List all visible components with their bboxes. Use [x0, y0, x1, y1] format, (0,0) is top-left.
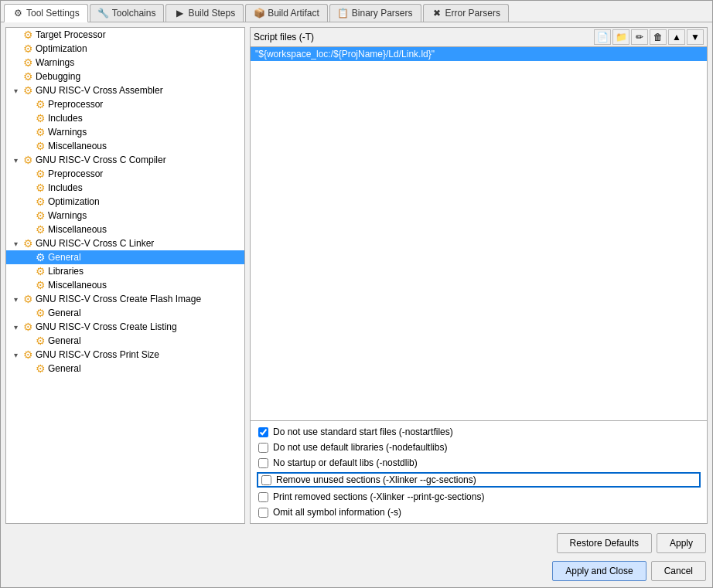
- toggle-placeholder: [22, 223, 34, 236]
- checkbox-print-removed-label: Print removed sections (-Xlinker --print…: [273, 491, 484, 502]
- tree-item-preprocessor-2[interactable]: ⚙ Preprocessor: [6, 167, 244, 181]
- checkbox-remove-unused: Remove unused sections (-Xlinker --gc-se…: [257, 472, 701, 488]
- toggle-placeholder: [22, 140, 34, 152]
- dialog: ⚙ Tool Settings 🔧 Toolchains ▶ Build Ste…: [0, 0, 713, 588]
- toggle-placeholder: [9, 42, 22, 55]
- checkboxes-section: Do not use standard start files (-nostar…: [250, 421, 708, 524]
- toggle-placeholder: [22, 362, 34, 375]
- tab-error-parsers[interactable]: ✖ Error Parsers: [423, 4, 509, 22]
- toolchains-icon: 🔧: [98, 8, 109, 19]
- tab-bar: ⚙ Tool Settings 🔧 Toolchains ▶ Build Ste…: [1, 1, 712, 22]
- edit-button[interactable]: ✏: [631, 29, 648, 45]
- tool-settings-icon: ⚙: [12, 8, 23, 19]
- final-bar: Apply and Close Cancel: [1, 558, 712, 587]
- checkbox-remove-unused-label: Remove unused sections (-Xlinker --gc-se…: [276, 474, 476, 485]
- main-content: ⚙ Target Processor ⚙ Optimization ⚙ Warn…: [1, 22, 712, 529]
- gear-icon: ⚙: [34, 182, 46, 194]
- checkbox-no-startup: No startup or default libs (-nostdlib): [257, 457, 701, 469]
- tab-toolchains[interactable]: 🔧 Toolchains: [90, 4, 165, 22]
- delete-button[interactable]: 🗑: [650, 29, 667, 45]
- tree-item-general-print[interactable]: ⚙ General: [6, 362, 244, 376]
- checkbox-no-startup-label: No startup or default libs (-nostdlib): [273, 457, 418, 468]
- restore-defaults-button[interactable]: Restore Defaults: [557, 533, 652, 553]
- tree-item-libraries[interactable]: ⚙ Libraries: [6, 264, 244, 278]
- list-item[interactable]: "${workspace_loc:/${ProjName}/Ld/Link.ld…: [251, 47, 707, 61]
- tree-item-optimization[interactable]: ⚙ Optimization: [6, 42, 244, 56]
- checkbox-print-removed: Print removed sections (-Xlinker --print…: [257, 491, 701, 503]
- tree-item-miscellaneous-asm[interactable]: ⚙ Miscellaneous: [6, 139, 244, 153]
- toggle-placeholder: [22, 265, 34, 277]
- toggle-listing[interactable]: ▾: [9, 321, 22, 333]
- tree-item-general-linker[interactable]: ⚙ General: [6, 250, 244, 264]
- tree-item-optimization-c[interactable]: ⚙ Optimization: [6, 195, 244, 209]
- gear-icon: ⚙: [22, 56, 34, 69]
- gear-icon: ⚙: [34, 209, 46, 222]
- add-workspace-button[interactable]: 📁: [612, 29, 629, 45]
- apply-and-close-button[interactable]: Apply and Close: [552, 561, 646, 581]
- checkbox-remove-unused-input[interactable]: [261, 475, 271, 485]
- tab-build-artifact[interactable]: 📦 Build Artifact: [245, 4, 328, 22]
- checkbox-print-removed-input[interactable]: [258, 492, 268, 502]
- gear-icon: ⚙: [34, 140, 46, 152]
- apply-button[interactable]: Apply: [657, 533, 706, 553]
- toggle-placeholder: [9, 70, 22, 83]
- tree-item-gnu-print-size[interactable]: ▾ ⚙ GNU RISC-V Cross Print Size: [6, 348, 244, 362]
- checkbox-omit-symbol-input[interactable]: [258, 508, 268, 518]
- right-panel: Script files (-T) 📄 📁 ✏ 🗑 ▲ ▼ "${workspa…: [250, 27, 708, 524]
- tree-item-gnu-cross-c-compiler[interactable]: ▾ ⚙ GNU RISC-V Cross C Compiler: [6, 153, 244, 167]
- bottom-bar: Restore Defaults Apply: [1, 529, 712, 558]
- tree-item-includes-2[interactable]: ⚙ Includes: [6, 181, 244, 195]
- gear-icon: ⚙: [34, 279, 46, 291]
- toggle-c-compiler[interactable]: ▾: [9, 154, 22, 166]
- tree-item-general-listing[interactable]: ⚙ General: [6, 334, 244, 348]
- script-files-list[interactable]: "${workspace_loc:/${ProjName}/Ld/Link.ld…: [250, 46, 708, 421]
- checkbox-no-start-files-input[interactable]: [258, 427, 268, 437]
- toggle-placeholder: [9, 29, 22, 41]
- tree-item-gnu-cross-assembler[interactable]: ▾ ⚙ GNU RISC-V Cross Assembler: [6, 83, 244, 97]
- cancel-button[interactable]: Cancel: [651, 561, 706, 581]
- toggle-print-size[interactable]: ▾: [9, 348, 22, 361]
- gear-icon: ⚙: [22, 84, 34, 97]
- tree-item-miscellaneous-c[interactable]: ⚙ Miscellaneous: [6, 223, 244, 236]
- tree-item-includes-1[interactable]: ⚙ Includes: [6, 111, 244, 125]
- gear-icon: ⚙: [22, 70, 34, 83]
- gear-icon: ⚙: [22, 293, 34, 305]
- tree-item-gnu-listing[interactable]: ▾ ⚙ GNU RISC-V Cross Create Listing: [6, 320, 244, 334]
- toggle-placeholder: [22, 126, 34, 138]
- move-down-button[interactable]: ▼: [687, 29, 704, 45]
- tree-item-gnu-cross-c-linker[interactable]: ▾ ⚙ GNU RISC-V Cross C Linker: [6, 236, 244, 250]
- toggle-placeholder: [22, 251, 34, 263]
- tree-item-warnings-c[interactable]: ⚙ Warnings: [6, 209, 244, 223]
- panel-title: Script files (-T): [254, 32, 314, 42]
- tree-item-warnings[interactable]: ⚙ Warnings: [6, 56, 244, 70]
- gear-icon: ⚙: [34, 195, 46, 208]
- gear-icon: ⚙: [34, 265, 46, 277]
- toggle-c-linker[interactable]: ▾: [9, 237, 22, 250]
- checkbox-no-startup-input[interactable]: [258, 458, 268, 468]
- gear-icon: ⚙: [22, 348, 34, 361]
- tree-item-general-flash[interactable]: ⚙ General: [6, 306, 244, 320]
- tree-item-miscellaneous-linker[interactable]: ⚙ Miscellaneous: [6, 278, 244, 292]
- toggle-placeholder: [22, 209, 34, 222]
- tab-binary-parsers[interactable]: 📋 Binary Parsers: [329, 4, 421, 22]
- gear-icon: ⚙: [22, 154, 34, 166]
- tab-tool-settings[interactable]: ⚙ Tool Settings: [4, 4, 88, 22]
- tree-item-warnings-asm[interactable]: ⚙ Warnings: [6, 125, 244, 139]
- tree-item-debugging[interactable]: ⚙ Debugging: [6, 70, 244, 83]
- checkbox-no-default-libs: Do not use default libraries (-nodefault…: [257, 441, 701, 454]
- tree-item-target-processor[interactable]: ⚙ Target Processor: [6, 28, 244, 42]
- toggle-assembler[interactable]: ▾: [9, 84, 22, 97]
- tree-item-preprocessor-1[interactable]: ⚙ Preprocessor: [6, 97, 244, 111]
- move-up-button[interactable]: ▲: [668, 29, 685, 45]
- tree-item-gnu-flash-image[interactable]: ▾ ⚙ GNU RISC-V Cross Create Flash Image: [6, 292, 244, 306]
- toggle-placeholder: [22, 195, 34, 208]
- binary-parsers-icon: 📋: [338, 8, 349, 19]
- checkbox-no-default-libs-input[interactable]: [258, 443, 268, 453]
- toggle-flash-image[interactable]: ▾: [9, 293, 22, 305]
- checkbox-no-default-libs-label: Do not use default libraries (-nodefault…: [273, 442, 447, 453]
- checkbox-no-start-files-label: Do not use standard start files (-nostar…: [273, 427, 453, 437]
- tab-build-steps[interactable]: ▶ Build Steps: [165, 4, 244, 22]
- toggle-placeholder: [22, 335, 34, 347]
- add-file-button[interactable]: 📄: [594, 29, 611, 45]
- gear-icon: ⚙: [34, 168, 46, 180]
